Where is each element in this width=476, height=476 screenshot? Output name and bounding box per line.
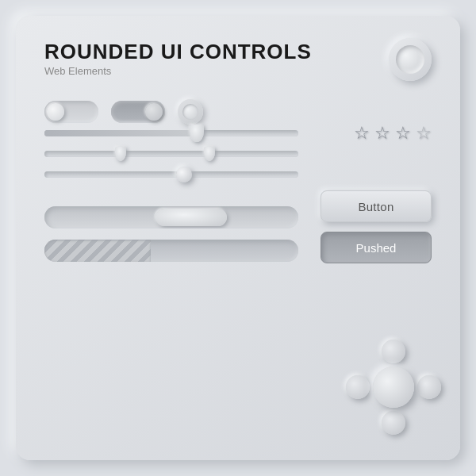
progress-bar: [44, 240, 298, 262]
toggle-on-knob: [145, 103, 163, 121]
pushed-button[interactable]: Pushed: [321, 232, 432, 263]
joystick-up-button[interactable]: [382, 340, 405, 363]
scrollbar-thumb[interactable]: [155, 209, 227, 226]
slider-2: [44, 151, 298, 157]
round-button-top[interactable]: [389, 38, 432, 81]
scrollbar[interactable]: [44, 206, 298, 228]
main-card: ROUNDED UI CONTROLS Web Elements ☆ ☆ ☆ ☆: [16, 16, 460, 460]
slider-3: [44, 171, 298, 178]
joystick-center-button[interactable]: [373, 367, 414, 408]
slider-2-thumb-right[interactable]: [204, 147, 215, 161]
sliders-section: [44, 119, 298, 262]
toggle-off-knob: [47, 103, 64, 121]
star-4[interactable]: ☆: [416, 123, 432, 144]
joystick-left-button[interactable]: [346, 375, 370, 399]
progress-fill: [44, 240, 151, 262]
star-3[interactable]: ☆: [395, 123, 411, 144]
slider-2-track: [44, 151, 298, 157]
slider-1-thumb[interactable]: [190, 125, 204, 142]
slider-1: [44, 130, 298, 136]
slider-2-thumb-left[interactable]: [115, 147, 126, 161]
slider-1-fill: [44, 130, 197, 136]
button-column: Button Pushed: [321, 190, 432, 263]
stars-area: ☆ ☆ ☆ ☆: [354, 123, 432, 144]
slider-1-track: [44, 130, 298, 136]
slider-3-thumb[interactable]: [176, 167, 192, 182]
star-1[interactable]: ☆: [354, 123, 370, 144]
joystick-right-button[interactable]: [417, 375, 441, 399]
joystick-area: [346, 340, 441, 435]
joystick-down-button[interactable]: [382, 411, 405, 435]
subtitle: Web Elements: [44, 65, 432, 77]
slider-3-track: [44, 171, 298, 178]
title: ROUNDED UI CONTROLS: [44, 41, 432, 62]
normal-button[interactable]: Button: [321, 190, 432, 222]
star-2[interactable]: ☆: [374, 123, 390, 144]
